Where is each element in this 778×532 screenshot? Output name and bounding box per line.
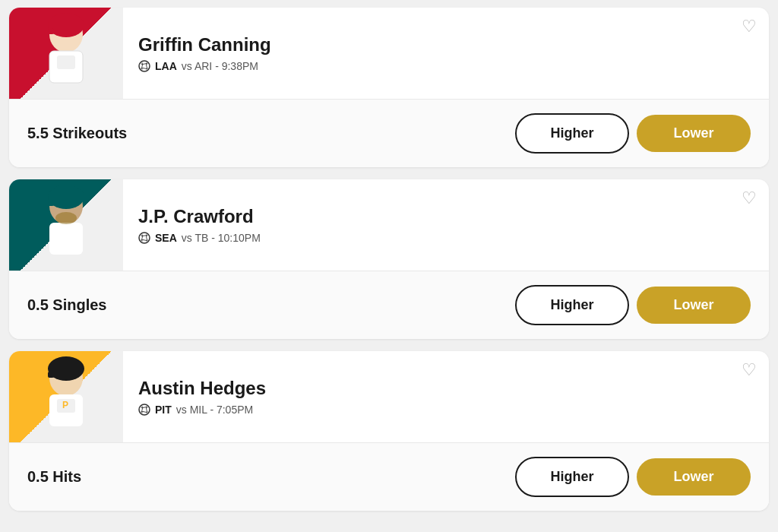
matchup-text: vs TB - 10:10PM	[182, 232, 261, 244]
player-name: Austin Hedges	[138, 378, 754, 399]
svg-rect-10	[49, 223, 83, 255]
svg-text:P: P	[62, 400, 68, 410]
player-card-austin-hedges: P Austin Hedges PIT vs MIL - 7:05PM ♡	[9, 351, 769, 511]
baseball-icon	[138, 232, 150, 244]
player-image-area	[9, 8, 123, 99]
team-abbr: SEA	[155, 232, 177, 244]
matchup-text: vs ARI - 9:38PM	[182, 60, 258, 72]
bet-buttons: Higher Lower	[515, 113, 751, 154]
svg-point-6	[139, 61, 150, 71]
matchup-text: vs MIL - 7:05PM	[176, 404, 253, 416]
card-footer: 0.5 Singles Higher Lower	[9, 271, 769, 339]
card-header: Griffin Canning LAA vs ARI - 9:38PM ♡	[9, 8, 769, 99]
card-header: J.P. Crawford SEA vs TB - 10:10PM ♡	[9, 179, 769, 271]
baseball-icon	[138, 404, 150, 416]
player-meta: SEA vs TB - 10:10PM	[138, 232, 754, 244]
bet-buttons: Higher Lower	[515, 457, 751, 497]
higher-button[interactable]: Higher	[515, 457, 629, 497]
player-silhouette	[17, 11, 115, 99]
svg-rect-9	[48, 200, 54, 206]
player-meta: PIT vs MIL - 7:05PM	[138, 404, 754, 416]
team-abbr: LAA	[155, 60, 177, 72]
svg-rect-2	[48, 28, 54, 34]
favorite-button[interactable]: ♡	[742, 18, 757, 35]
card-header: P Austin Hedges PIT vs MIL - 7:05PM ♡	[9, 351, 769, 442]
player-silhouette: P	[17, 355, 115, 442]
team-abbr: PIT	[155, 404, 172, 416]
player-name: Griffin Canning	[138, 34, 754, 55]
svg-rect-15	[48, 372, 54, 378]
lower-button[interactable]: Lower	[637, 287, 751, 324]
svg-point-19	[139, 404, 150, 415]
player-card-jp-crawford: J.P. Crawford SEA vs TB - 10:10PM ♡ 0.5 …	[9, 179, 769, 339]
stat-label: 0.5 Singles	[27, 296, 107, 314]
favorite-button[interactable]: ♡	[742, 190, 757, 207]
svg-point-11	[55, 212, 77, 224]
player-silhouette	[17, 183, 115, 271]
card-footer: 0.5 Hits Higher Lower	[9, 442, 769, 511]
higher-button[interactable]: Higher	[515, 285, 629, 325]
player-meta: LAA vs ARI - 9:38PM	[138, 60, 754, 72]
player-card-griffin-canning: Griffin Canning LAA vs ARI - 9:38PM ♡ 5.…	[9, 8, 769, 167]
bet-buttons: Higher Lower	[515, 285, 751, 325]
favorite-button[interactable]: ♡	[742, 362, 757, 378]
player-name: J.P. Crawford	[138, 206, 754, 227]
lower-button[interactable]: Lower	[637, 458, 751, 496]
player-info: Griffin Canning LAA vs ARI - 9:38PM	[123, 21, 769, 86]
svg-point-12	[139, 233, 150, 243]
player-info: Austin Hedges PIT vs MIL - 7:05PM	[123, 364, 769, 429]
card-footer: 5.5 Strikeouts Higher Lower	[9, 99, 769, 167]
baseball-icon	[138, 60, 150, 72]
player-image-area	[9, 179, 123, 271]
lower-button[interactable]: Lower	[637, 115, 751, 152]
stat-label: 5.5 Strikeouts	[27, 125, 127, 142]
stat-label: 0.5 Hits	[27, 468, 81, 486]
svg-rect-5	[57, 55, 75, 69]
player-info: J.P. Crawford SEA vs TB - 10:10PM	[123, 192, 769, 258]
player-image-area: P	[9, 351, 123, 442]
higher-button[interactable]: Higher	[515, 113, 629, 154]
